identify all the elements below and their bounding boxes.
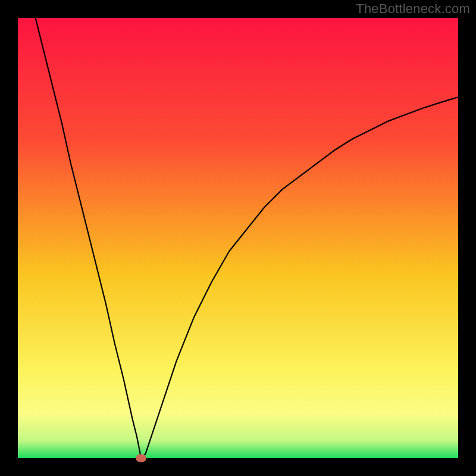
plot-background — [18, 18, 458, 458]
chart-container: TheBottleneck.com — [0, 0, 476, 476]
bottleneck-chart — [0, 0, 476, 476]
marker-min-marker — [136, 454, 146, 462]
watermark-text: TheBottleneck.com — [356, 1, 470, 17]
